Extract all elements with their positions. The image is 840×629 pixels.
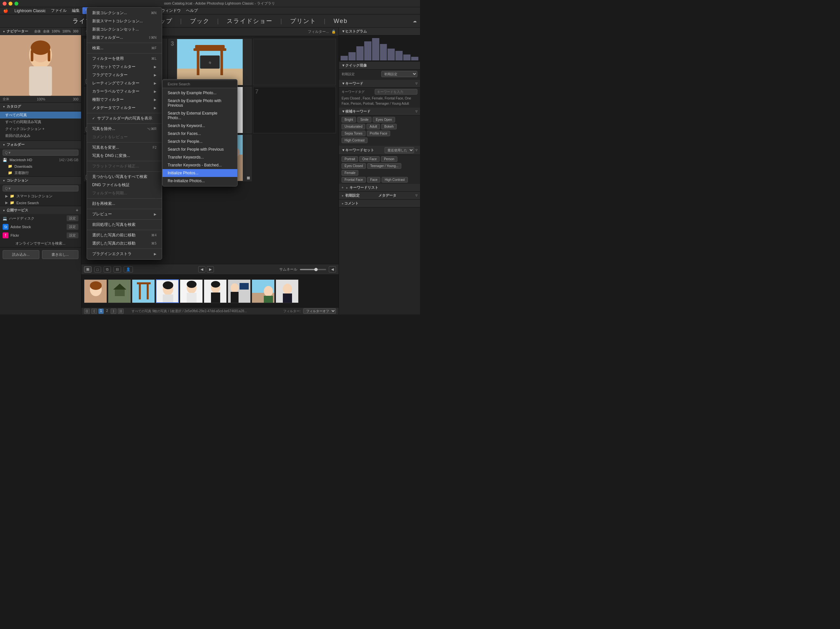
menu-use-filter[interactable]: フィルターを使用 ⌘L xyxy=(87,54,162,63)
zoom-1-1[interactable]: 300 xyxy=(73,98,79,101)
kw-one-face[interactable]: One Face xyxy=(359,156,380,162)
next-page-button[interactable]: ⟩ xyxy=(111,308,117,314)
expand-panel-button[interactable]: ◀ xyxy=(329,266,336,272)
smart-collections[interactable]: ▶ 📁 スマートコレクション xyxy=(0,193,81,199)
keyword-set-header[interactable]: ▼キーワードセット 最近使用したキーワ... ▽ xyxy=(339,146,420,155)
search-by-example-photo[interactable]: Search by Example Photo... xyxy=(163,89,237,97)
menu-filter-preset[interactable]: プリセットでフィルター ▶ xyxy=(87,63,162,71)
menu-new-collection-set[interactable]: 新規コレクションセット... xyxy=(87,25,162,33)
catalog-all-photos[interactable]: すべての写真 xyxy=(0,112,81,119)
menu-filter-rating[interactable]: レーティングでフィルター ▶ xyxy=(87,79,162,87)
photo-cell-3[interactable]: 3 寺 xyxy=(168,39,251,85)
folder-kyoto[interactable]: 📁 京都旅行 xyxy=(0,169,81,176)
sort-direction-button[interactable]: ◀ xyxy=(198,266,205,272)
filter-button[interactable]: フィルター... xyxy=(306,29,330,34)
menu-sync-folder[interactable]: フォルダーを同期... xyxy=(87,189,162,197)
film-thumb-8[interactable] xyxy=(252,280,275,303)
sort-next-button[interactable]: ▶ xyxy=(207,266,214,272)
histogram-header[interactable]: ▼ヒストグラム xyxy=(339,28,420,35)
re-initialize-photos[interactable]: Re-Initialize Photos... xyxy=(163,177,237,185)
kw-bokeh[interactable]: Bokeh xyxy=(381,124,396,130)
kw-adult[interactable]: Adult xyxy=(366,124,380,130)
menu-go-to-previous[interactable]: 選択した写真の前に移動 ⌘4 xyxy=(87,231,162,239)
loupe-view-button[interactable]: □ xyxy=(94,267,101,272)
kw-teenager[interactable]: Teenager / Young... xyxy=(367,163,401,169)
filter-select[interactable]: フィルターオフ xyxy=(303,308,336,314)
catalog-quick-collection[interactable]: クイックコレクション + xyxy=(0,125,81,132)
kw-frontal-face[interactable]: Frontal Face xyxy=(341,177,366,183)
kw-profile-face[interactable]: Profile Face xyxy=(367,131,390,136)
collection-search-input[interactable] xyxy=(3,185,79,191)
import-button[interactable]: 読み込み... xyxy=(3,250,39,259)
film-thumb-1[interactable] xyxy=(84,280,107,303)
module-web[interactable]: Web xyxy=(334,18,348,24)
kw-smile[interactable]: Smile xyxy=(357,117,371,122)
menu-window[interactable]: ウィンドウ xyxy=(158,7,183,14)
zoom-100[interactable]: 100% xyxy=(52,30,60,33)
last-page-button[interactable]: ⟩⟩ xyxy=(118,308,124,314)
keyword-input[interactable] xyxy=(375,89,417,95)
kw-bright[interactable]: Bright xyxy=(341,117,356,122)
survey-view-button[interactable]: ⊟ xyxy=(114,266,121,272)
zoom-300[interactable]: 300 xyxy=(73,30,79,33)
menu-app[interactable]: Lightroom Classic xyxy=(12,8,48,14)
zoom-all[interactable]: 全体 xyxy=(34,30,41,33)
folder-search-input[interactable] xyxy=(3,150,79,156)
film-thumb-3[interactable] xyxy=(132,280,155,303)
page-1-button[interactable]: 1 xyxy=(98,308,104,314)
first-page-button[interactable]: ⟨⟨ xyxy=(84,308,90,314)
page-2-button[interactable]: 2 xyxy=(105,308,110,314)
search-for-people[interactable]: Search for People... xyxy=(163,137,237,145)
quick-develop-header[interactable]: ▼クイック現像 xyxy=(339,62,420,70)
module-slideshow[interactable]: スライドショー xyxy=(227,18,273,24)
collections-header[interactable]: ▼コレクション xyxy=(0,177,81,184)
menu-filter-color[interactable]: カラーラベルでフィルター ▶ xyxy=(87,87,162,96)
lock-icon[interactable]: 🔒 xyxy=(332,30,336,34)
zoom-fill[interactable]: 100% xyxy=(37,98,45,101)
thumbnail-slider[interactable] xyxy=(300,269,326,270)
menu-plugin-extra[interactable]: プラグインエクストラ ▶ Excire Search Search by Exa… xyxy=(87,250,162,258)
menu-redetect-faces[interactable]: 顔を再検索... xyxy=(87,199,162,208)
film-thumb-7[interactable] xyxy=(228,280,251,303)
keyword-set-select[interactable]: 最近使用したキーワ... xyxy=(385,147,414,153)
kw-face[interactable]: Face xyxy=(367,177,380,183)
cloud-icon[interactable]: ☁ xyxy=(413,19,417,23)
menu-convert-dng[interactable]: 写真を DNG に変換... xyxy=(87,152,162,160)
adobe-stock-settings-button[interactable]: 設定 xyxy=(66,224,79,230)
keyword-list-header[interactable]: + ▼ キーワードリスト xyxy=(339,184,420,192)
photo-cell-7[interactable]: 7 xyxy=(253,87,336,133)
keywords-header[interactable]: ▼キーワード ▽ xyxy=(339,80,420,88)
catalog-previous-import[interactable]: 前回の読み込み xyxy=(0,132,81,139)
navigator-header[interactable]: ▼ナビゲーター 全体 全体 100% 100% 300 xyxy=(0,28,81,35)
kw-eyes-closed[interactable]: Eyes Closed xyxy=(341,163,366,169)
menu-new-collection[interactable]: 新規コレクション... ⌘N xyxy=(87,9,162,17)
maximize-button[interactable] xyxy=(14,2,18,6)
menu-new-folder[interactable]: 新規フォルダー... ⇧⌘N xyxy=(87,33,162,42)
export-button[interactable]: 書き出し... xyxy=(42,250,79,259)
compare-view-button[interactable]: ⧉ xyxy=(104,266,111,272)
menu-find-previous[interactable]: 前回処理した写真を検索 xyxy=(87,221,162,229)
search-by-keyword[interactable]: Search by Keyword... xyxy=(163,122,237,130)
menu-review-comments[interactable]: コメントをレビュー xyxy=(87,133,162,141)
kw-unsaturated[interactable]: Unsaturated xyxy=(341,124,365,130)
catalog-synced-photos[interactable]: すべての同期済み写真 xyxy=(0,119,81,125)
menu-go-to-next[interactable]: 選択した写真の次に移動 ⌘5 xyxy=(87,239,162,248)
menu-search[interactable]: 検索... ⌘F xyxy=(87,44,162,52)
apple-menu[interactable]: 🍎 xyxy=(3,8,8,14)
menu-rename-photo[interactable]: 写真名を変更... F2 xyxy=(87,144,162,152)
minimize-button[interactable] xyxy=(8,2,13,6)
suggested-keywords-header[interactable]: ▼候補キーワード ▽ xyxy=(339,107,420,115)
kw-eyes-open[interactable]: Eyes Open xyxy=(373,117,395,122)
people-view-button[interactable]: 👤 xyxy=(124,266,133,272)
film-thumb-9[interactable] xyxy=(276,280,298,303)
menu-new-smart-collection[interactable]: 新規スマートコレクション... xyxy=(87,17,162,25)
menu-exclude-photo[interactable]: 写真を除外... ⌥⌘R xyxy=(87,125,162,133)
film-thumb-4[interactable] xyxy=(156,280,179,303)
film-thumb-2[interactable] xyxy=(108,280,131,303)
menu-filter-flag[interactable]: フラグでフィルター ▶ xyxy=(87,71,162,79)
zoom-fit[interactable]: 全体 xyxy=(3,97,9,101)
close-button[interactable] xyxy=(3,2,6,6)
transfer-keywords-batched[interactable]: Transfer Keywords - Batched... xyxy=(163,161,237,169)
kw-female[interactable]: Female xyxy=(341,170,358,175)
folders-header[interactable]: ▼フォルダー xyxy=(0,141,81,149)
